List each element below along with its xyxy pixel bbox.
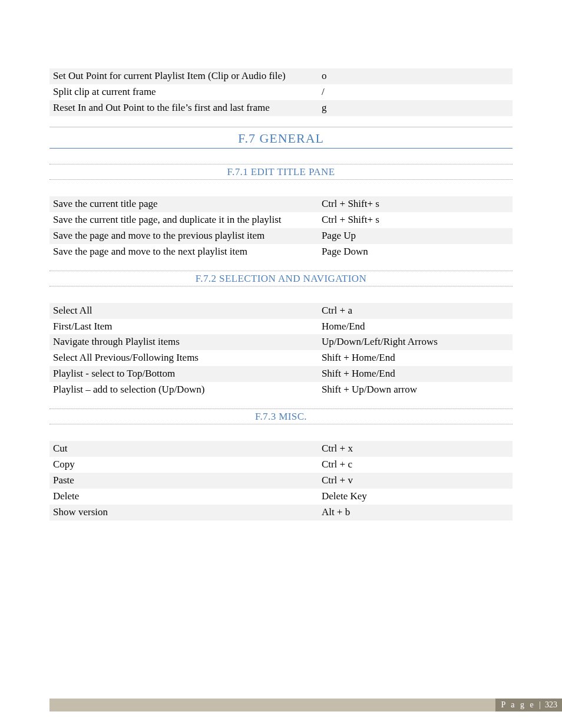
row-action: Save the current title page, and duplica… [49, 212, 318, 228]
table-row: Select All Previous/Following Items Shif… [49, 350, 513, 366]
table-row: Show version Alt + b [49, 505, 513, 521]
row-action: Save the page and move to the next playl… [49, 244, 318, 260]
row-key: Ctrl + x [318, 441, 513, 457]
row-key: o [318, 68, 513, 84]
table-row: Set Out Point for current Playlist Item … [49, 68, 513, 84]
heading-general: F.7 GENERAL [49, 127, 513, 149]
row-action: Set Out Point for current Playlist Item … [49, 68, 318, 84]
row-action: Save the current title page [49, 196, 318, 212]
row-key: Shift + Home/End [318, 366, 513, 382]
row-key: Delete Key [318, 489, 513, 505]
row-key: / [318, 84, 513, 100]
row-key: Page Up [318, 228, 513, 244]
row-action: Select All Previous/Following Items [49, 350, 318, 366]
footer-page-number: 323 [545, 700, 557, 710]
table-row: Save the page and move to the previous p… [49, 228, 513, 244]
row-action: Reset In and Out Point to the file’s fir… [49, 100, 318, 116]
table-row: Playlist - select to Top/Bottom Shift + … [49, 366, 513, 382]
row-action: Show version [49, 505, 318, 521]
shortcut-table-edit-title-pane: Save the current title page Ctrl + Shift… [49, 196, 513, 260]
shortcut-table-top: Set Out Point for current Playlist Item … [49, 68, 513, 116]
table-row: Save the page and move to the next playl… [49, 244, 513, 260]
row-key: Alt + b [318, 505, 513, 521]
row-key: Ctrl + Shift+ s [318, 212, 513, 228]
footer-bar [49, 699, 495, 711]
row-action: Save the page and move to the previous p… [49, 228, 318, 244]
shortcut-table-misc: Cut Ctrl + x Copy Ctrl + c Paste Ctrl + … [49, 441, 513, 521]
heading-selection-navigation: F.7.2 SELECTION AND NAVIGATION [49, 271, 513, 286]
row-action: Navigate through Playlist items [49, 334, 318, 350]
row-action: Copy [49, 457, 318, 473]
table-row: Reset In and Out Point to the file’s fir… [49, 100, 513, 116]
footer-page-label: P a g e | [501, 700, 543, 710]
row-action: Split clip at current frame [49, 84, 318, 100]
table-row: Select All Ctrl + a [49, 303, 513, 319]
row-action: Cut [49, 441, 318, 457]
table-row: Navigate through Playlist items Up/Down/… [49, 334, 513, 350]
row-action: Playlist – add to selection (Up/Down) [49, 382, 318, 398]
row-key: Up/Down/Left/Right Arrows [318, 334, 513, 350]
row-action: Paste [49, 473, 318, 489]
table-row: Save the current title page Ctrl + Shift… [49, 196, 513, 212]
page-footer: P a g e | 323 [49, 699, 562, 711]
table-row: Split clip at current frame / [49, 84, 513, 100]
heading-misc: F.7.3 MISC. [49, 409, 513, 424]
row-action: Playlist - select to Top/Bottom [49, 366, 318, 382]
table-row: Delete Delete Key [49, 489, 513, 505]
row-key: Shift + Home/End [318, 350, 513, 366]
heading-edit-title-pane: F.7.1 EDIT TITLE PANE [49, 164, 513, 180]
document-page: Set Out Point for current Playlist Item … [0, 0, 562, 728]
table-row: Playlist – add to selection (Up/Down) Sh… [49, 382, 513, 398]
row-key: Ctrl + c [318, 457, 513, 473]
row-key: g [318, 100, 513, 116]
row-key: Ctrl + a [318, 303, 513, 319]
row-action: Select All [49, 303, 318, 319]
row-key: Page Down [318, 244, 513, 260]
row-action: First/Last Item [49, 319, 318, 335]
table-row: First/Last Item Home/End [49, 319, 513, 335]
footer-page-box: P a g e | 323 [495, 699, 563, 711]
row-key: Ctrl + v [318, 473, 513, 489]
row-action: Delete [49, 489, 318, 505]
table-row: Cut Ctrl + x [49, 441, 513, 457]
table-row: Paste Ctrl + v [49, 473, 513, 489]
shortcut-table-selection-nav: Select All Ctrl + a First/Last Item Home… [49, 303, 513, 398]
row-key: Shift + Up/Down arrow [318, 382, 513, 398]
table-row: Save the current title page, and duplica… [49, 212, 513, 228]
row-key: Ctrl + Shift+ s [318, 196, 513, 212]
table-row: Copy Ctrl + c [49, 457, 513, 473]
row-key: Home/End [318, 319, 513, 335]
